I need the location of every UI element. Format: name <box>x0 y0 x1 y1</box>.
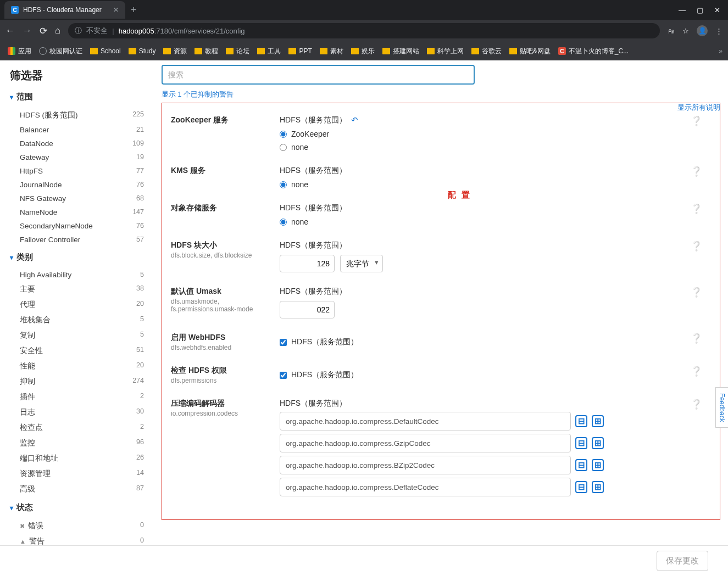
maximize-icon[interactable]: ▢ <box>697 6 703 14</box>
home-button[interactable]: ⌂ <box>55 25 60 36</box>
c-icon: C <box>558 47 566 55</box>
help-icon[interactable]: ❔ <box>691 287 702 298</box>
feedback-tab[interactable]: Feedback <box>715 387 728 428</box>
webhdfs-checkbox[interactable]: HDFS（服务范围） <box>280 337 711 347</box>
forward-button[interactable]: → <box>23 25 32 36</box>
sidebar-item[interactable]: 插件2 <box>10 389 144 405</box>
add-button[interactable]: ⊞ <box>592 481 604 493</box>
bookmark-item[interactable]: 娱乐 <box>349 47 377 56</box>
blocksize-input[interactable] <box>280 255 335 272</box>
sidebar-item[interactable]: HDFS (服务范围)225 <box>10 108 144 123</box>
sidebar-item[interactable]: 资源管理14 <box>10 466 144 482</box>
reload-button[interactable]: ⟳ <box>40 25 47 37</box>
bookmark-item[interactable]: School <box>88 47 123 55</box>
sidebar-item[interactable]: 日志30 <box>10 405 144 420</box>
bookmark-item[interactable]: Study <box>126 47 158 55</box>
group-status-header[interactable]: ▾状态 <box>10 502 144 513</box>
sidebar-item[interactable]: 抑制274 <box>10 374 144 389</box>
sidebar-item[interactable]: 复制5 <box>10 328 144 343</box>
sidebar-item[interactable]: 主要38 <box>10 282 144 297</box>
sidebar-item[interactable]: DataNode109 <box>10 137 144 150</box>
sidebar-item[interactable]: SecondaryNameNode76 <box>10 219 144 233</box>
bookmark-item[interactable]: 谷歌云 <box>469 47 504 56</box>
bookmark-item[interactable]: 工具 <box>255 47 283 56</box>
search-input[interactable] <box>162 65 475 85</box>
help-icon[interactable]: ❔ <box>691 115 702 127</box>
globe-icon <box>39 47 47 55</box>
url-path: :7180/cmf/services/21/config <box>154 27 245 35</box>
bookmark-item[interactable]: 贴吧&网盘 <box>507 47 553 56</box>
close-icon[interactable]: ✕ <box>113 6 119 14</box>
sidebar-item[interactable]: 代理20 <box>10 297 144 312</box>
add-button[interactable]: ⊞ <box>592 415 604 427</box>
add-button[interactable]: ⊞ <box>592 437 604 449</box>
help-icon[interactable]: ❔ <box>691 166 702 177</box>
new-tab-button[interactable]: + <box>125 4 142 16</box>
blocksize-unit-select[interactable]: 兆字节 <box>340 255 383 272</box>
save-button[interactable]: 保存更改 <box>657 551 708 554</box>
sidebar-item[interactable]: 监控96 <box>10 435 144 451</box>
codec-input[interactable] <box>280 434 571 452</box>
menu-icon[interactable]: ⋮ <box>715 27 723 35</box>
remove-button[interactable]: ⊟ <box>575 415 587 427</box>
browser-tab-bar: C HDFS - Cloudera Manager ✕ + — ▢ ✕ <box>0 0 728 20</box>
help-icon[interactable]: ❔ <box>691 333 702 344</box>
remove-button[interactable]: ⊟ <box>575 459 587 471</box>
bookmark-item[interactable]: PPT <box>286 47 314 55</box>
sidebar-item[interactable]: JournalNode76 <box>10 178 144 192</box>
sidebar-item[interactable]: 端口和地址26 <box>10 451 144 466</box>
help-icon[interactable]: ❔ <box>691 203 702 215</box>
browser-tab[interactable]: C HDFS - Cloudera Manager ✕ <box>4 1 125 19</box>
sidebar-item[interactable]: 性能20 <box>10 359 144 374</box>
close-window-icon[interactable]: ✕ <box>714 6 720 14</box>
minimize-icon[interactable]: — <box>679 6 686 14</box>
address-bar[interactable]: ⓘ 不安全 | hadoop005:7180/cmf/services/21/c… <box>68 23 660 38</box>
bookmark-item[interactable]: 素材 <box>318 47 346 56</box>
remove-button[interactable]: ⊟ <box>575 437 587 449</box>
bookmarks-overflow[interactable]: » <box>719 47 723 55</box>
bookmark-item[interactable]: 论坛 <box>224 47 252 56</box>
sidebar-item[interactable]: Balancer21 <box>10 123 144 137</box>
undo-icon[interactable]: ↶ <box>351 115 358 125</box>
sidebar-item[interactable]: Gateway19 <box>10 150 144 164</box>
folder-icon <box>427 48 435 54</box>
sidebar-item[interactable]: ✖错误0 <box>10 518 144 534</box>
sidebar-item[interactable]: 检查点2 <box>10 420 144 435</box>
umask-input[interactable] <box>280 301 335 318</box>
help-icon[interactable]: ❔ <box>691 399 702 410</box>
bookmark-item[interactable]: 科学上网 <box>425 47 466 56</box>
bookmark-item[interactable]: 搭建网站 <box>380 47 421 56</box>
remove-button[interactable]: ⊟ <box>575 481 587 493</box>
sidebar-item[interactable]: NameNode147 <box>10 205 144 219</box>
bookmark-item[interactable]: 校园网认证 <box>37 47 85 56</box>
group-category-header[interactable]: ▾类别 <box>10 252 144 262</box>
sidebar-item[interactable]: NFS Gateway68 <box>10 192 144 205</box>
bookmark-apps[interactable]: 应用 <box>5 47 34 56</box>
radio-none[interactable]: none <box>280 217 711 226</box>
suppressed-warning-link[interactable]: 显示 1 个已抑制的警告 <box>162 90 720 99</box>
sidebar-item[interactable]: 堆栈集合5 <box>10 312 144 328</box>
codec-input[interactable] <box>280 456 571 474</box>
codec-input[interactable] <box>280 412 571 430</box>
profile-icon[interactable]: 👤 <box>697 25 708 36</box>
permissions-checkbox[interactable]: HDFS（服务范围） <box>280 370 711 380</box>
group-scope-header[interactable]: ▾范围 <box>10 92 144 102</box>
sidebar-item[interactable]: 安全性51 <box>10 343 144 359</box>
back-button[interactable]: ← <box>5 25 15 36</box>
help-icon[interactable]: ❔ <box>691 241 702 252</box>
codec-input[interactable] <box>280 478 571 496</box>
sidebar-item[interactable]: Failover Controller57 <box>10 233 144 247</box>
sidebar-item[interactable]: High Availability5 <box>10 268 144 282</box>
sidebar-item[interactable]: HttpFS77 <box>10 164 144 178</box>
bookmark-item[interactable]: 资源 <box>161 47 189 56</box>
radio-zookeeper[interactable]: ZooKeeper <box>280 130 711 138</box>
star-icon[interactable]: ☆ <box>682 27 689 35</box>
radio-none[interactable]: none <box>280 143 711 152</box>
help-icon[interactable]: ❔ <box>691 366 702 377</box>
translate-icon[interactable]: 🗛 <box>668 27 675 35</box>
add-button[interactable]: ⊞ <box>592 459 604 471</box>
bookmark-item[interactable]: C不温卜火的博客_C... <box>556 47 631 56</box>
bookmark-item[interactable]: 教程 <box>192 47 220 56</box>
sidebar-item[interactable]: 高级87 <box>10 482 144 497</box>
radio-none[interactable]: none <box>280 180 711 189</box>
